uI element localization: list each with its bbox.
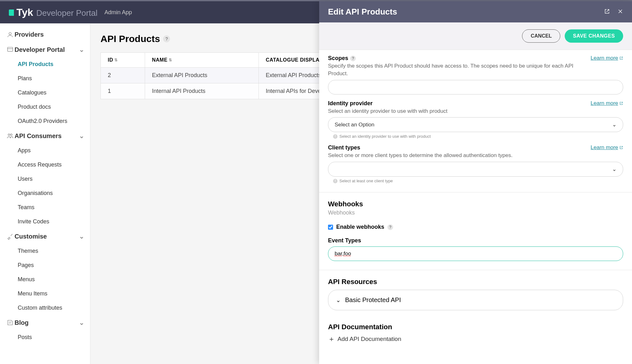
learn-more-link[interactable]: Learn more	[591, 144, 623, 151]
help-icon[interactable]: ?	[387, 224, 393, 230]
customise-icon	[6, 233, 15, 240]
svg-point-2	[8, 134, 10, 136]
edit-panel: Edit API Products CANCEL SAVE CHANGES Sc…	[319, 1, 632, 364]
panel-actions: CANCEL SAVE CHANGES	[319, 22, 632, 50]
scopes-label: Scopes	[328, 55, 348, 62]
identity-hint-text: Select an identity provider to use with …	[339, 134, 431, 139]
sidebar-item-invite-codes[interactable]: Invite Codes	[0, 215, 90, 229]
col-name-label: NAME	[152, 57, 167, 63]
help-icon[interactable]: ?	[163, 35, 170, 42]
sidebar-item-apps[interactable]: Apps	[0, 143, 90, 158]
sidebar-label: Blog	[15, 319, 28, 326]
event-types-input[interactable]	[328, 246, 623, 261]
help-icon[interactable]: ?	[350, 56, 356, 61]
sidebar-item-organisations[interactable]: Organisations	[0, 186, 90, 200]
add-api-documentation-button[interactable]: ＋ Add API Documentation	[328, 336, 623, 343]
sidebar-item-providers[interactable]: Providers	[0, 27, 90, 42]
logo[interactable]: Tyk Developer Portal	[9, 7, 97, 18]
cell-name: Internal API Products	[145, 83, 259, 99]
api-resource-name: Basic Protected API	[345, 296, 401, 304]
logo-mark-icon	[9, 9, 14, 16]
learn-more-link[interactable]: Learn more	[591, 55, 623, 61]
sidebar-label: Providers	[15, 31, 44, 38]
identity-provider-field: Identity provider Select an identity pro…	[328, 100, 623, 139]
client-types-label: Client types	[328, 144, 360, 151]
identity-label: Identity provider	[328, 100, 373, 107]
sidebar-item-api-products[interactable]: API Products	[0, 57, 90, 71]
chevron-down-icon: ⌄	[612, 166, 617, 173]
page-title-text: API Products	[100, 33, 160, 44]
sidebar-item-developer-portal[interactable]: Developer Portal ⌄	[0, 42, 90, 57]
sidebar-item-api-consumers[interactable]: API Consumers ⌄	[0, 128, 90, 143]
col-id[interactable]: ID ⇅	[101, 53, 145, 68]
chevron-down-icon: ⌄	[79, 46, 84, 53]
api-documentation-title: API Documentation	[328, 323, 623, 331]
open-external-icon[interactable]	[604, 9, 610, 15]
add-api-documentation-label: Add API Documentation	[337, 336, 401, 343]
sidebar: Providers Developer Portal ⌄ API Product…	[0, 23, 90, 364]
cell-id: 2	[101, 68, 145, 83]
identity-desc: Select an identity provider to use with …	[328, 107, 591, 115]
identity-hint: ! Select an identity provider to use wit…	[328, 134, 623, 139]
sidebar-item-customise[interactable]: Customise ⌄	[0, 229, 90, 244]
providers-icon	[6, 31, 15, 38]
sidebar-item-oauth-providers[interactable]: OAuth2.0 Providers	[0, 114, 90, 128]
sidebar-item-catalogues[interactable]: Catalogues	[0, 86, 90, 100]
enable-webhooks-label: Enable webhooks	[336, 224, 384, 230]
client-types-field: Client types Select one or more client t…	[328, 144, 623, 183]
divider	[319, 270, 632, 270]
chevron-down-icon: ⌄	[79, 319, 84, 326]
save-button[interactable]: SAVE CHANGES	[565, 29, 623, 43]
sidebar-label: Developer Portal	[15, 46, 65, 53]
svg-rect-1	[8, 47, 13, 52]
sidebar-item-access-requests[interactable]: Access Requests	[0, 158, 90, 172]
divider	[319, 192, 632, 192]
panel-body: Scopes ? Specify the scopes this API Pro…	[319, 50, 632, 364]
chevron-down-icon: ⌄	[79, 233, 84, 240]
event-types-field: Event Types	[328, 237, 623, 261]
close-icon[interactable]	[617, 9, 623, 15]
client-types-hint-text: Select at least one client type	[339, 179, 393, 183]
scopes-field: Scopes ? Specify the scopes this API Pro…	[328, 55, 623, 94]
identity-select-placeholder: Select an Option	[335, 122, 374, 128]
sidebar-item-posts[interactable]: Posts	[0, 330, 90, 344]
scopes-desc: Specify the scopes this API Product shou…	[328, 62, 591, 77]
sidebar-item-users[interactable]: Users	[0, 172, 90, 186]
api-resource-accordion[interactable]: ⌄ Basic Protected API	[328, 290, 623, 310]
sidebar-item-menu-items[interactable]: Menu Items	[0, 287, 90, 301]
logo-brand: Tyk	[16, 7, 33, 18]
webhooks-title: Webhooks	[328, 200, 623, 208]
learn-more-text: Learn more	[591, 100, 618, 106]
admin-app-label[interactable]: Admin App	[104, 9, 132, 16]
sidebar-item-themes[interactable]: Themes	[0, 244, 90, 258]
svg-point-0	[9, 32, 11, 34]
learn-more-text: Learn more	[591, 55, 618, 61]
blog-icon	[6, 319, 15, 326]
client-types-hint: ! Select at least one client type	[328, 179, 623, 183]
event-types-label: Event Types	[328, 237, 361, 244]
webhooks-subtitle: Webhooks	[328, 209, 623, 216]
sidebar-item-blog[interactable]: Blog ⌄	[0, 315, 90, 330]
col-catalogue-label: CATALOGUE DISPLAY	[266, 57, 323, 63]
sidebar-item-pages[interactable]: Pages	[0, 258, 90, 272]
learn-more-text: Learn more	[591, 144, 618, 151]
enable-webhooks-checkbox[interactable]	[328, 225, 333, 230]
sidebar-item-menus[interactable]: Menus	[0, 272, 90, 287]
sidebar-item-teams[interactable]: Teams	[0, 200, 90, 215]
sidebar-item-custom-attributes[interactable]: Custom attributes	[0, 301, 90, 315]
sort-icon: ⇅	[114, 59, 118, 61]
panel-header: Edit API Products	[319, 1, 632, 22]
chevron-down-icon: ⌄	[79, 132, 84, 140]
sidebar-item-product-docs[interactable]: Product docs	[0, 100, 90, 114]
col-name[interactable]: NAME ⇅	[145, 53, 259, 68]
scopes-input[interactable]	[328, 80, 623, 94]
client-types-desc: Select one or more client types to deter…	[328, 152, 591, 159]
identity-select[interactable]: Select an Option ⌄	[328, 117, 623, 132]
warning-icon: !	[333, 179, 337, 183]
cancel-button[interactable]: CANCEL	[522, 29, 560, 43]
learn-more-link[interactable]: Learn more	[591, 100, 623, 106]
api-consumers-icon	[6, 132, 15, 139]
client-types-select[interactable]: ⌄	[328, 162, 623, 177]
sidebar-item-plans[interactable]: Plans	[0, 71, 90, 86]
sidebar-label: Customise	[15, 233, 47, 240]
